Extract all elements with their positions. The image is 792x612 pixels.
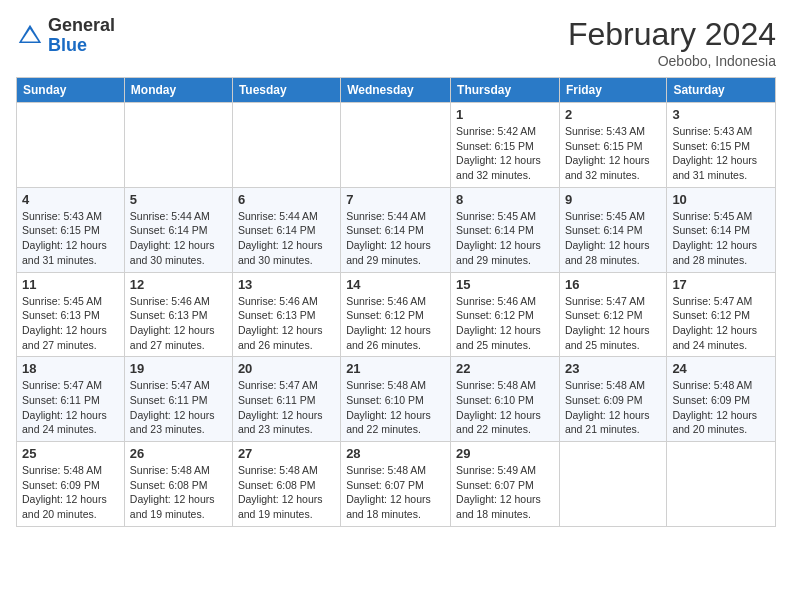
calendar-cell (124, 103, 232, 188)
day-number: 6 (238, 192, 335, 207)
day-info: Sunrise: 5:47 AM Sunset: 6:11 PM Dayligh… (130, 378, 227, 437)
weekday-header: Tuesday (232, 78, 340, 103)
calendar-header: SundayMondayTuesdayWednesdayThursdayFrid… (17, 78, 776, 103)
day-number: 11 (22, 277, 119, 292)
calendar-cell: 4Sunrise: 5:43 AM Sunset: 6:15 PM Daylig… (17, 187, 125, 272)
day-number: 28 (346, 446, 445, 461)
calendar-cell: 9Sunrise: 5:45 AM Sunset: 6:14 PM Daylig… (559, 187, 666, 272)
calendar-cell: 16Sunrise: 5:47 AM Sunset: 6:12 PM Dayli… (559, 272, 666, 357)
day-info: Sunrise: 5:45 AM Sunset: 6:13 PM Dayligh… (22, 294, 119, 353)
calendar-cell: 26Sunrise: 5:48 AM Sunset: 6:08 PM Dayli… (124, 442, 232, 527)
calendar-cell: 11Sunrise: 5:45 AM Sunset: 6:13 PM Dayli… (17, 272, 125, 357)
day-info: Sunrise: 5:43 AM Sunset: 6:15 PM Dayligh… (672, 124, 770, 183)
weekday-header: Sunday (17, 78, 125, 103)
weekday-header: Monday (124, 78, 232, 103)
day-number: 16 (565, 277, 661, 292)
day-number: 7 (346, 192, 445, 207)
day-info: Sunrise: 5:46 AM Sunset: 6:13 PM Dayligh… (238, 294, 335, 353)
day-number: 21 (346, 361, 445, 376)
calendar-cell: 28Sunrise: 5:48 AM Sunset: 6:07 PM Dayli… (341, 442, 451, 527)
day-number: 8 (456, 192, 554, 207)
day-info: Sunrise: 5:49 AM Sunset: 6:07 PM Dayligh… (456, 463, 554, 522)
calendar-cell: 22Sunrise: 5:48 AM Sunset: 6:10 PM Dayli… (451, 357, 560, 442)
calendar-cell: 13Sunrise: 5:46 AM Sunset: 6:13 PM Dayli… (232, 272, 340, 357)
day-info: Sunrise: 5:48 AM Sunset: 6:09 PM Dayligh… (672, 378, 770, 437)
calendar-cell: 7Sunrise: 5:44 AM Sunset: 6:14 PM Daylig… (341, 187, 451, 272)
day-number: 14 (346, 277, 445, 292)
logo: General Blue (16, 16, 115, 56)
calendar-cell: 15Sunrise: 5:46 AM Sunset: 6:12 PM Dayli… (451, 272, 560, 357)
day-info: Sunrise: 5:46 AM Sunset: 6:13 PM Dayligh… (130, 294, 227, 353)
logo-icon (16, 22, 44, 50)
calendar-cell: 3Sunrise: 5:43 AM Sunset: 6:15 PM Daylig… (667, 103, 776, 188)
day-info: Sunrise: 5:46 AM Sunset: 6:12 PM Dayligh… (346, 294, 445, 353)
weekday-header: Thursday (451, 78, 560, 103)
calendar-cell: 1Sunrise: 5:42 AM Sunset: 6:15 PM Daylig… (451, 103, 560, 188)
day-info: Sunrise: 5:47 AM Sunset: 6:11 PM Dayligh… (238, 378, 335, 437)
calendar-cell: 23Sunrise: 5:48 AM Sunset: 6:09 PM Dayli… (559, 357, 666, 442)
day-number: 24 (672, 361, 770, 376)
day-number: 18 (22, 361, 119, 376)
weekday-header: Friday (559, 78, 666, 103)
day-info: Sunrise: 5:47 AM Sunset: 6:12 PM Dayligh… (565, 294, 661, 353)
day-number: 23 (565, 361, 661, 376)
day-info: Sunrise: 5:47 AM Sunset: 6:12 PM Dayligh… (672, 294, 770, 353)
logo-general: General (48, 16, 115, 36)
day-number: 26 (130, 446, 227, 461)
calendar-cell: 8Sunrise: 5:45 AM Sunset: 6:14 PM Daylig… (451, 187, 560, 272)
day-number: 5 (130, 192, 227, 207)
calendar-cell: 18Sunrise: 5:47 AM Sunset: 6:11 PM Dayli… (17, 357, 125, 442)
calendar-cell: 21Sunrise: 5:48 AM Sunset: 6:10 PM Dayli… (341, 357, 451, 442)
calendar-cell (559, 442, 666, 527)
title-block: February 2024 Oebobo, Indonesia (568, 16, 776, 69)
day-info: Sunrise: 5:46 AM Sunset: 6:12 PM Dayligh… (456, 294, 554, 353)
calendar-week-row: 18Sunrise: 5:47 AM Sunset: 6:11 PM Dayli… (17, 357, 776, 442)
day-number: 27 (238, 446, 335, 461)
day-info: Sunrise: 5:42 AM Sunset: 6:15 PM Dayligh… (456, 124, 554, 183)
calendar-cell: 10Sunrise: 5:45 AM Sunset: 6:14 PM Dayli… (667, 187, 776, 272)
day-info: Sunrise: 5:48 AM Sunset: 6:08 PM Dayligh… (130, 463, 227, 522)
day-number: 2 (565, 107, 661, 122)
calendar-cell: 20Sunrise: 5:47 AM Sunset: 6:11 PM Dayli… (232, 357, 340, 442)
day-number: 15 (456, 277, 554, 292)
calendar-week-row: 11Sunrise: 5:45 AM Sunset: 6:13 PM Dayli… (17, 272, 776, 357)
day-number: 3 (672, 107, 770, 122)
calendar-cell: 29Sunrise: 5:49 AM Sunset: 6:07 PM Dayli… (451, 442, 560, 527)
day-info: Sunrise: 5:44 AM Sunset: 6:14 PM Dayligh… (130, 209, 227, 268)
day-info: Sunrise: 5:43 AM Sunset: 6:15 PM Dayligh… (22, 209, 119, 268)
logo-text: General Blue (48, 16, 115, 56)
weekday-row: SundayMondayTuesdayWednesdayThursdayFrid… (17, 78, 776, 103)
day-number: 22 (456, 361, 554, 376)
calendar-cell: 2Sunrise: 5:43 AM Sunset: 6:15 PM Daylig… (559, 103, 666, 188)
day-number: 13 (238, 277, 335, 292)
calendar-cell (232, 103, 340, 188)
calendar-cell: 24Sunrise: 5:48 AM Sunset: 6:09 PM Dayli… (667, 357, 776, 442)
calendar-cell: 25Sunrise: 5:48 AM Sunset: 6:09 PM Dayli… (17, 442, 125, 527)
page-header: General Blue February 2024 Oebobo, Indon… (16, 16, 776, 69)
day-number: 19 (130, 361, 227, 376)
day-number: 4 (22, 192, 119, 207)
day-info: Sunrise: 5:48 AM Sunset: 6:10 PM Dayligh… (456, 378, 554, 437)
day-number: 29 (456, 446, 554, 461)
day-info: Sunrise: 5:44 AM Sunset: 6:14 PM Dayligh… (238, 209, 335, 268)
day-number: 10 (672, 192, 770, 207)
day-info: Sunrise: 5:48 AM Sunset: 6:10 PM Dayligh… (346, 378, 445, 437)
calendar-table: SundayMondayTuesdayWednesdayThursdayFrid… (16, 77, 776, 527)
calendar-cell: 17Sunrise: 5:47 AM Sunset: 6:12 PM Dayli… (667, 272, 776, 357)
day-info: Sunrise: 5:43 AM Sunset: 6:15 PM Dayligh… (565, 124, 661, 183)
calendar-body: 1Sunrise: 5:42 AM Sunset: 6:15 PM Daylig… (17, 103, 776, 527)
day-number: 25 (22, 446, 119, 461)
day-number: 9 (565, 192, 661, 207)
calendar-cell: 12Sunrise: 5:46 AM Sunset: 6:13 PM Dayli… (124, 272, 232, 357)
calendar-cell: 6Sunrise: 5:44 AM Sunset: 6:14 PM Daylig… (232, 187, 340, 272)
day-info: Sunrise: 5:48 AM Sunset: 6:07 PM Dayligh… (346, 463, 445, 522)
calendar-cell (341, 103, 451, 188)
day-info: Sunrise: 5:47 AM Sunset: 6:11 PM Dayligh… (22, 378, 119, 437)
calendar-cell (17, 103, 125, 188)
location: Oebobo, Indonesia (568, 53, 776, 69)
month-title: February 2024 (568, 16, 776, 53)
calendar-cell (667, 442, 776, 527)
calendar-cell: 5Sunrise: 5:44 AM Sunset: 6:14 PM Daylig… (124, 187, 232, 272)
calendar-week-row: 1Sunrise: 5:42 AM Sunset: 6:15 PM Daylig… (17, 103, 776, 188)
day-number: 20 (238, 361, 335, 376)
